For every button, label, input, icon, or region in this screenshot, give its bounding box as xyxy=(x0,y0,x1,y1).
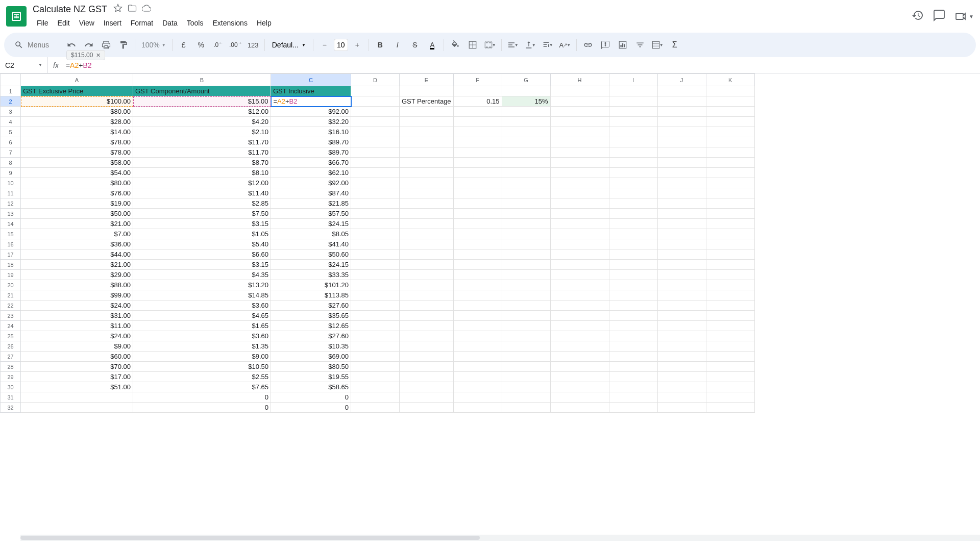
cell[interactable] xyxy=(502,127,550,137)
cell[interactable] xyxy=(609,229,657,239)
cell[interactable] xyxy=(453,198,502,209)
cell[interactable]: $11.70 xyxy=(133,147,271,158)
cell[interactable] xyxy=(400,147,454,158)
cell[interactable] xyxy=(351,158,400,168)
cell[interactable] xyxy=(453,392,502,403)
col-header-h[interactable]: H xyxy=(550,74,609,86)
cell[interactable] xyxy=(550,249,609,260)
cell[interactable] xyxy=(400,300,454,311)
cell[interactable] xyxy=(657,392,706,403)
row-header[interactable]: 1 xyxy=(1,86,21,96)
cell[interactable] xyxy=(609,147,657,158)
cell[interactable] xyxy=(502,290,550,300)
cell[interactable] xyxy=(502,280,550,290)
cell[interactable]: $78.00 xyxy=(21,137,133,147)
bold-button[interactable]: B xyxy=(372,37,388,53)
row-header[interactable]: 24 xyxy=(1,321,21,331)
row-header[interactable]: 13 xyxy=(1,209,21,219)
cell[interactable]: $44.00 xyxy=(21,249,133,260)
cell[interactable] xyxy=(657,117,706,127)
cell[interactable] xyxy=(453,239,502,249)
cell[interactable]: $24.00 xyxy=(21,331,133,341)
cell[interactable]: $70.00 xyxy=(21,362,133,372)
cell[interactable] xyxy=(351,239,400,249)
cell[interactable]: $21.00 xyxy=(21,219,133,229)
cell[interactable] xyxy=(609,311,657,321)
row-header[interactable]: 12 xyxy=(1,198,21,209)
cell[interactable]: $12.65 xyxy=(271,321,351,331)
cell[interactable] xyxy=(550,137,609,147)
cell[interactable]: $11.70 xyxy=(133,137,271,147)
cell[interactable] xyxy=(400,321,454,331)
cell[interactable] xyxy=(609,168,657,178)
wrap-button[interactable]: ▼ xyxy=(540,37,556,53)
col-header-i[interactable]: I xyxy=(609,74,657,86)
cell[interactable] xyxy=(453,158,502,168)
cell[interactable] xyxy=(550,290,609,300)
cell[interactable] xyxy=(351,188,400,198)
menu-view[interactable]: View xyxy=(75,17,99,29)
cell[interactable]: $27.60 xyxy=(271,300,351,311)
row-header[interactable]: 25 xyxy=(1,331,21,341)
row-header[interactable]: 10 xyxy=(1,178,21,188)
cell[interactable] xyxy=(453,168,502,178)
menu-format[interactable]: Format xyxy=(127,17,157,29)
cell[interactable] xyxy=(351,229,400,239)
cell[interactable] xyxy=(706,96,754,107)
comment-button[interactable] xyxy=(597,37,614,53)
cell[interactable] xyxy=(550,168,609,178)
cell[interactable] xyxy=(657,219,706,229)
cell[interactable] xyxy=(657,321,706,331)
cell[interactable]: 0 xyxy=(133,392,271,403)
cell[interactable] xyxy=(351,107,400,117)
cell[interactable] xyxy=(502,168,550,178)
cell[interactable] xyxy=(550,188,609,198)
cell[interactable] xyxy=(609,403,657,413)
row-header[interactable]: 21 xyxy=(1,290,21,300)
cell[interactable] xyxy=(400,331,454,341)
cell[interactable] xyxy=(609,209,657,219)
cell[interactable]: $1.65 xyxy=(133,321,271,331)
cell[interactable] xyxy=(657,239,706,249)
cell[interactable]: $19.55 xyxy=(271,372,351,382)
cell[interactable] xyxy=(657,290,706,300)
cell[interactable] xyxy=(550,158,609,168)
cell[interactable] xyxy=(400,362,454,372)
cell[interactable] xyxy=(502,362,550,372)
cell[interactable]: $60.00 xyxy=(21,352,133,362)
move-icon[interactable] xyxy=(128,4,137,15)
increase-decimal-button[interactable]: .00→ xyxy=(228,37,244,53)
cell[interactable] xyxy=(400,219,454,229)
cell[interactable] xyxy=(502,178,550,188)
cell[interactable] xyxy=(657,147,706,158)
cell[interactable]: $7.00 xyxy=(21,229,133,239)
cell[interactable] xyxy=(657,270,706,280)
cell[interactable]: $6.60 xyxy=(133,249,271,260)
cell[interactable] xyxy=(453,270,502,280)
row-header[interactable]: 5 xyxy=(1,127,21,137)
cell[interactable]: $80.00 xyxy=(21,178,133,188)
menu-file[interactable]: File xyxy=(33,17,53,29)
cell[interactable] xyxy=(453,321,502,331)
cell[interactable] xyxy=(657,96,706,107)
cell[interactable] xyxy=(550,372,609,382)
cell[interactable] xyxy=(400,290,454,300)
cell[interactable] xyxy=(453,260,502,270)
cell[interactable] xyxy=(502,137,550,147)
cell[interactable] xyxy=(657,382,706,392)
cell[interactable] xyxy=(550,382,609,392)
cell[interactable]: $10.50 xyxy=(133,362,271,372)
history-icon[interactable] xyxy=(912,9,924,23)
cell[interactable] xyxy=(502,107,550,117)
cell[interactable] xyxy=(351,382,400,392)
toolbar-search[interactable] xyxy=(10,40,62,49)
cell[interactable] xyxy=(706,239,754,249)
cell[interactable] xyxy=(706,158,754,168)
row-header[interactable]: 23 xyxy=(1,311,21,321)
cell[interactable] xyxy=(502,117,550,127)
cell[interactable] xyxy=(657,352,706,362)
cell[interactable]: $11.00 xyxy=(21,321,133,331)
row-header[interactable]: 18 xyxy=(1,260,21,270)
cell[interactable] xyxy=(706,280,754,290)
col-header-a[interactable]: A xyxy=(21,74,133,86)
